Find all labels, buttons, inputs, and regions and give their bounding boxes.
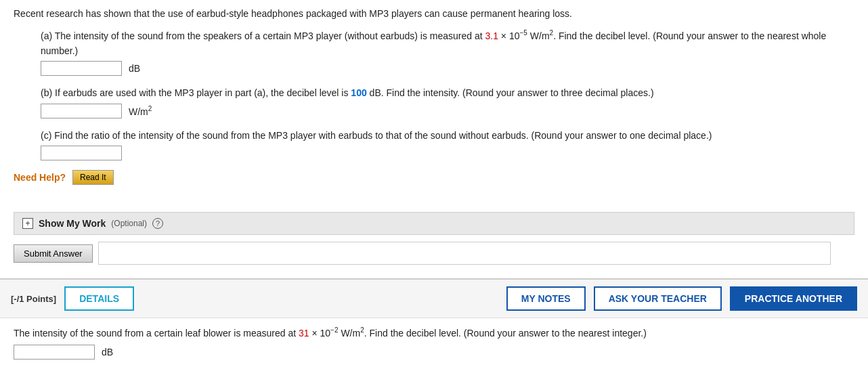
part-c-input[interactable] bbox=[41, 146, 122, 160]
show-my-work-section[interactable]: + Show My Work (Optional) ? bbox=[14, 212, 854, 235]
main-content: Recent research has shown that the use o… bbox=[0, 0, 868, 278]
part-c-text: (c) Find the ratio of the intensity of t… bbox=[41, 128, 854, 143]
ask-teacher-button[interactable]: ASK YOUR TEACHER bbox=[594, 286, 722, 311]
bottom-bar: [-/1 Points] DETAILS MY NOTES ASK YOUR T… bbox=[0, 278, 868, 318]
next-exp: −2 bbox=[330, 326, 338, 334]
details-button[interactable]: DETAILS bbox=[64, 286, 134, 311]
next-after: W/m bbox=[339, 328, 361, 339]
part-a-exp: −5 bbox=[520, 29, 527, 37]
next-problem-section: The intensity of the sound from a certai… bbox=[0, 318, 868, 366]
help-icon[interactable]: ? bbox=[152, 218, 163, 229]
submit-row: Submit Answer bbox=[14, 242, 854, 272]
part-b-unit: W/m2 bbox=[129, 105, 152, 117]
part-b-text: (b) If earbuds are used with the MP3 pla… bbox=[41, 85, 854, 100]
plus-icon: + bbox=[22, 218, 33, 229]
need-help-label: Need Help? bbox=[14, 172, 66, 183]
part-a-before: (a) The intensity of the sound from the … bbox=[41, 30, 485, 41]
part-a-text: (a) The intensity of the sound from the … bbox=[41, 28, 854, 58]
submit-border-area bbox=[98, 242, 831, 265]
show-my-work-label: Show My Work bbox=[39, 218, 106, 229]
need-help-section: Need Help? Read It bbox=[14, 170, 854, 185]
problem-part-c: (c) Find the ratio of the intensity of t… bbox=[41, 128, 854, 160]
points-badge: [-/1 Points] bbox=[11, 294, 56, 304]
part-a-middle: × 10 bbox=[498, 30, 520, 41]
part-a-input[interactable] bbox=[41, 61, 122, 76]
part-a-value: 3.1 bbox=[485, 30, 498, 41]
next-problem-input[interactable] bbox=[14, 345, 95, 360]
next-before: The intensity of the sound from a certai… bbox=[14, 328, 299, 339]
next-value: 31 bbox=[299, 328, 309, 339]
part-b-input[interactable] bbox=[41, 104, 122, 118]
read-it-button[interactable]: Read It bbox=[72, 170, 114, 185]
my-notes-button[interactable]: MY NOTES bbox=[506, 286, 586, 311]
part-b-value: 100 bbox=[351, 87, 366, 98]
next-answer-row: dB bbox=[14, 345, 854, 360]
part-a-after: W/m bbox=[527, 30, 550, 41]
intro-text: Recent research has shown that the use o… bbox=[14, 7, 854, 21]
next-unit: dB bbox=[102, 347, 113, 357]
part-b-after: dB. Find the intensity. (Round your answ… bbox=[367, 87, 654, 98]
problem-section: (a) The intensity of the sound from the … bbox=[41, 28, 854, 160]
optional-label: (Optional) bbox=[111, 219, 147, 228]
practice-another-button[interactable]: PRACTICE ANOTHER bbox=[730, 286, 857, 311]
part-a-unit: dB bbox=[129, 63, 140, 74]
next-middle: × 10 bbox=[309, 328, 331, 339]
problem-part-a: (a) The intensity of the sound from the … bbox=[41, 28, 854, 76]
next-problem-text: The intensity of the sound from a certai… bbox=[14, 325, 854, 341]
problem-part-b: (b) If earbuds are used with the MP3 pla… bbox=[41, 85, 854, 118]
next-end: . Find the decibel level. (Round your an… bbox=[364, 328, 647, 339]
part-b-before: (b) If earbuds are used with the MP3 pla… bbox=[41, 87, 351, 98]
submit-button[interactable]: Submit Answer bbox=[14, 244, 93, 263]
